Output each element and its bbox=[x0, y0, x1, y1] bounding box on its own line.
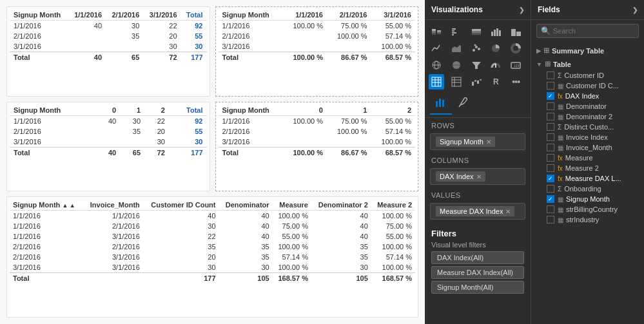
field-customer-id[interactable]: Σ Customer ID bbox=[531, 70, 644, 81]
viz-icons-grid: 123 R ••• bbox=[425, 20, 531, 91]
100pct-stacked-bar-icon[interactable] bbox=[469, 24, 484, 39]
svg-rect-8 bbox=[452, 32, 456, 33]
field-invoice-month-checkbox[interactable] bbox=[547, 144, 554, 151]
visualizations-panel: Visualizations ❯ bbox=[425, 0, 531, 324]
col-1-1: 1 bbox=[120, 105, 144, 116]
values-drop-zone[interactable]: Measure DAX Index ✕ bbox=[430, 203, 525, 220]
field-invoice-month-label: Invoice_Month bbox=[566, 144, 612, 151]
funnel-icon[interactable] bbox=[469, 57, 484, 73]
field-signup-month[interactable]: ✓ ▦ Signup Month bbox=[531, 194, 644, 204]
viz-tab-format[interactable] bbox=[453, 93, 475, 115]
col-3-1-2016-1: 3/1/2016 bbox=[143, 10, 181, 21]
card-icon[interactable]: 123 bbox=[508, 57, 523, 73]
field-str-billing-country-checkbox[interactable] bbox=[547, 205, 554, 213]
viz-tabs bbox=[425, 91, 531, 118]
values-field-remove[interactable]: ✕ bbox=[505, 208, 511, 215]
scatter-icon[interactable] bbox=[469, 41, 484, 56]
table-row: 2/1/2016352055 bbox=[10, 126, 207, 137]
field-distinct-cust-label: Distinct Custo... bbox=[564, 123, 614, 131]
field-denominator-icon: ▦ bbox=[558, 103, 563, 110]
search-input[interactable] bbox=[553, 27, 642, 35]
table-row-total: Total177105168.57 %105168.57 % bbox=[10, 273, 415, 284]
field-str-billing-country-icon: ▦ bbox=[558, 206, 563, 213]
field-str-billing-country[interactable]: ▦ strBillingCountry bbox=[531, 204, 644, 214]
column-chart-icon[interactable] bbox=[508, 24, 523, 39]
tree-group-header-summary[interactable]: ▶ ⊞ Summary Table bbox=[531, 44, 644, 57]
r-visual-icon[interactable]: R bbox=[488, 74, 503, 90]
columns-field-tag: DAX Index ✕ bbox=[436, 171, 485, 182]
viz-tab-chart[interactable] bbox=[430, 93, 452, 115]
field-onboarding[interactable]: Σ Onboarding bbox=[531, 184, 644, 194]
field-customer-id-c-checkbox[interactable] bbox=[547, 82, 554, 90]
stacked-bar-icon[interactable] bbox=[429, 24, 444, 39]
svg-rect-9 bbox=[452, 34, 454, 35]
field-customer-id-checkbox[interactable] bbox=[547, 71, 554, 79]
clustered-bar-icon[interactable] bbox=[449, 24, 464, 39]
visualizations-chevron[interactable]: ❯ bbox=[519, 6, 524, 14]
rows-field-remove[interactable]: ✕ bbox=[486, 138, 491, 146]
field-measure-checkbox[interactable] bbox=[547, 154, 554, 162]
matrix-icon[interactable] bbox=[449, 74, 464, 90]
waterfall-icon[interactable] bbox=[469, 74, 484, 90]
field-invoice-month-icon: ▦ bbox=[558, 144, 563, 151]
donut-chart-icon[interactable] bbox=[508, 41, 523, 56]
fields-chevron[interactable]: ❯ bbox=[632, 6, 638, 14]
columns-field-remove[interactable]: ✕ bbox=[476, 173, 482, 180]
field-str-industry-checkbox[interactable] bbox=[547, 216, 554, 224]
field-denominator-2-icon: ▦ bbox=[558, 113, 563, 120]
svg-rect-47 bbox=[480, 79, 482, 81]
field-distinct-cust-checkbox[interactable] bbox=[547, 123, 554, 131]
field-denominator-2-checkbox[interactable] bbox=[547, 113, 554, 120]
fields-title: Fields bbox=[538, 5, 560, 14]
field-distinct-cust[interactable]: Σ Distinct Custo... bbox=[531, 122, 644, 132]
field-measure-2[interactable]: fx Measure 2 bbox=[531, 163, 644, 173]
svg-point-20 bbox=[473, 49, 475, 52]
gauge-icon[interactable] bbox=[488, 57, 503, 73]
field-denominator[interactable]: ▦ Denominator bbox=[531, 101, 644, 111]
table-viz-icon[interactable] bbox=[429, 74, 444, 90]
svg-point-21 bbox=[475, 46, 478, 48]
columns-field-label: DAX Index bbox=[440, 173, 474, 180]
field-denominator-2[interactable]: ▦ Denominator 2 bbox=[531, 111, 644, 122]
table-row: 1/1/20162/1/2016304075.00 %4075.00 % bbox=[10, 221, 415, 231]
filled-map-icon[interactable] bbox=[449, 57, 464, 73]
table-row: 3/1/2016100.00 % bbox=[219, 41, 416, 52]
field-denominator-checkbox[interactable] bbox=[547, 102, 554, 110]
values-field-tag: Measure DAX Index ✕ bbox=[436, 206, 514, 216]
field-measure-2-checkbox[interactable] bbox=[547, 164, 554, 172]
field-str-industry[interactable]: ▦ strIndustry bbox=[531, 214, 644, 225]
line-chart-icon[interactable] bbox=[429, 41, 444, 56]
field-onboarding-label: Onboarding bbox=[564, 185, 601, 193]
field-dax-index[interactable]: ✓ fx DAX Index bbox=[531, 91, 644, 101]
area-chart-icon[interactable] bbox=[449, 41, 464, 56]
filter-dax-index[interactable]: DAX Index(All) bbox=[431, 251, 524, 264]
svg-rect-45 bbox=[474, 80, 476, 82]
rows-field-tag: Signup Month ✕ bbox=[436, 137, 495, 147]
map-icon[interactable] bbox=[429, 57, 444, 73]
field-measure-2-icon: fx bbox=[558, 165, 563, 172]
field-dax-index-checkbox[interactable]: ✓ bbox=[547, 92, 554, 100]
table-row-total: Total406572177 bbox=[10, 52, 207, 63]
bar-chart-icon[interactable] bbox=[488, 24, 503, 39]
tree-group-header-table[interactable]: ▼ ⊞ Table bbox=[531, 58, 644, 70]
right-panel: Visualizations ❯ bbox=[425, 0, 644, 324]
field-invoice-index[interactable]: ▦ Invoice Index bbox=[531, 132, 644, 142]
field-measure[interactable]: fx Measure bbox=[531, 153, 644, 163]
field-signup-month-checkbox[interactable]: ✓ bbox=[547, 195, 554, 203]
pie-chart-icon[interactable] bbox=[488, 41, 503, 56]
field-invoice-index-checkbox[interactable] bbox=[547, 133, 554, 141]
field-customer-id-c[interactable]: ▦ Customer ID C... bbox=[531, 81, 644, 91]
rows-drop-zone[interactable]: Signup Month ✕ bbox=[430, 133, 525, 150]
field-measure-dax-l-checkbox[interactable]: ✓ bbox=[547, 175, 554, 182]
field-invoice-month[interactable]: ▦ Invoice_Month bbox=[531, 142, 644, 153]
search-box[interactable]: 🔍 bbox=[536, 24, 639, 38]
more-visuals-icon[interactable]: ••• bbox=[508, 74, 523, 90]
table-row: 3/1/20163/1/20163030100.00 %30100.00 % bbox=[10, 262, 415, 273]
field-onboarding-checkbox[interactable] bbox=[547, 185, 554, 193]
field-measure-dax-l[interactable]: ✓ fx Measure DAX L... bbox=[531, 173, 644, 184]
filter-signup-month[interactable]: Signup Month(All) bbox=[431, 281, 524, 294]
filter-measure-dax[interactable]: Measure DAX Index(All) bbox=[431, 266, 524, 279]
columns-drop-zone[interactable]: DAX Index ✕ bbox=[430, 168, 525, 185]
col-2-2: 2 bbox=[371, 105, 415, 116]
svg-rect-7 bbox=[452, 30, 454, 32]
